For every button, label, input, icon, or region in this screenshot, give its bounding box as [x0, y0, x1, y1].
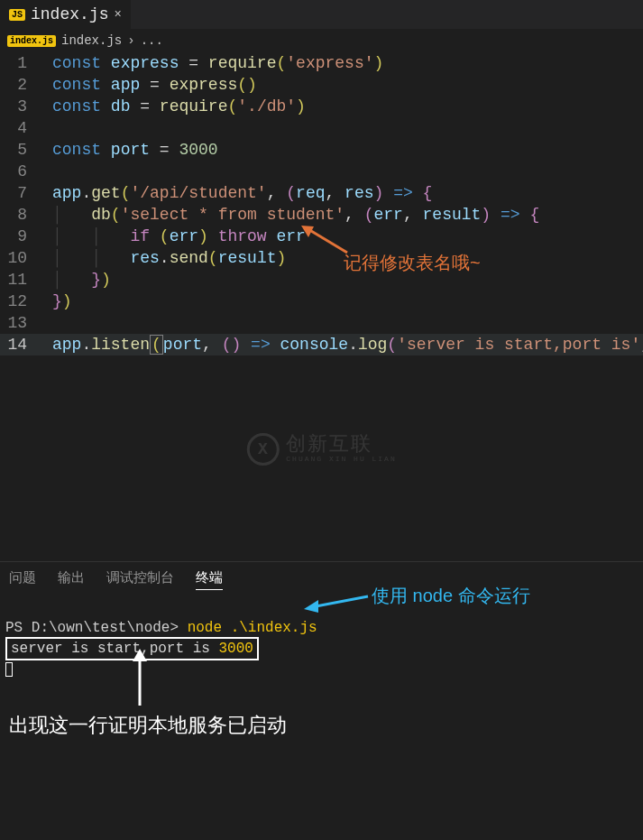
terminal-command-arg: .\index.js — [222, 620, 317, 636]
line-number: 12 — [0, 291, 41, 312]
breadcrumb-filename[interactable]: index.js — [61, 33, 122, 48]
terminal[interactable]: PS D:\own\test\node> node .\index.js ser… — [0, 595, 643, 702]
watermark-sub: CHUANG XIN HU LIAN — [286, 456, 396, 463]
tab-output[interactable]: 输出 — [58, 569, 85, 590]
close-icon[interactable]: × — [114, 7, 121, 22]
breadcrumb-trail[interactable]: ... — [141, 33, 163, 48]
terminal-panel: 问题 输出 调试控制台 终端 PS D:\own\test\node> node… — [0, 561, 643, 840]
terminal-output-highlighted: server is start,port is 3000 — [5, 637, 259, 660]
line-number: 11 — [0, 269, 41, 291]
watermark: X 创新互联 CHUANG XIN HU LIAN — [246, 433, 396, 466]
code-line: app.listen(port, () => console.log('serv… — [41, 334, 643, 355]
js-badge-icon: index.js — [7, 35, 56, 47]
code-line: const port = 3000 — [41, 139, 218, 161]
code-line: │ │ if (err) throw err — [41, 226, 306, 247]
code-line: const db = require('./db') — [41, 96, 306, 117]
tab-bar: JS index.js × — [0, 0, 643, 29]
code-line: │ db('select * from student', (err, resu… — [41, 204, 539, 226]
tab-filename: index.js — [31, 5, 108, 23]
tab-debug-console[interactable]: 调试控制台 — [106, 569, 174, 590]
line-number: 14 — [0, 334, 41, 355]
code-line: const express = require('express') — [41, 52, 383, 74]
code-line — [41, 117, 52, 139]
terminal-command: node — [188, 620, 222, 636]
terminal-prompt: PS D:\own\test\node> — [5, 620, 188, 636]
line-number: 6 — [0, 161, 41, 182]
breadcrumb: index.js index.js › ... — [0, 29, 643, 52]
line-number: 13 — [0, 312, 41, 334]
line-number: 4 — [0, 117, 41, 139]
code-line: }) — [41, 291, 72, 312]
code-line: const app = express() — [41, 74, 257, 96]
tab-terminal[interactable]: 终端 — [196, 569, 223, 590]
file-tab[interactable]: JS index.js × — [0, 0, 131, 29]
breadcrumb-separator: › — [127, 33, 134, 48]
line-number: 3 — [0, 96, 41, 117]
line-number: 1 — [0, 52, 41, 74]
line-number: 2 — [0, 74, 41, 96]
terminal-cursor-icon — [5, 662, 13, 677]
code-line: │ │ res.send(result) — [41, 247, 286, 269]
line-number: 8 — [0, 204, 41, 226]
code-line — [41, 161, 52, 182]
line-number: 10 — [0, 247, 41, 269]
tab-problems[interactable]: 问题 — [9, 569, 36, 590]
panel-tabs: 问题 输出 调试控制台 终端 — [0, 562, 643, 595]
watermark-main: 创新互联 — [286, 436, 396, 456]
line-number: 7 — [0, 182, 41, 204]
line-number: 5 — [0, 139, 41, 161]
line-number: 9 — [0, 226, 41, 247]
code-line: app.get('/api/student', (req, res) => { — [41, 182, 432, 204]
js-badge-icon: JS — [9, 9, 25, 21]
code-line: │ }) — [41, 269, 111, 291]
code-editor[interactable]: 1const express = require('express') 2con… — [0, 52, 643, 355]
logo-icon: X — [246, 433, 279, 466]
code-line — [41, 312, 52, 334]
